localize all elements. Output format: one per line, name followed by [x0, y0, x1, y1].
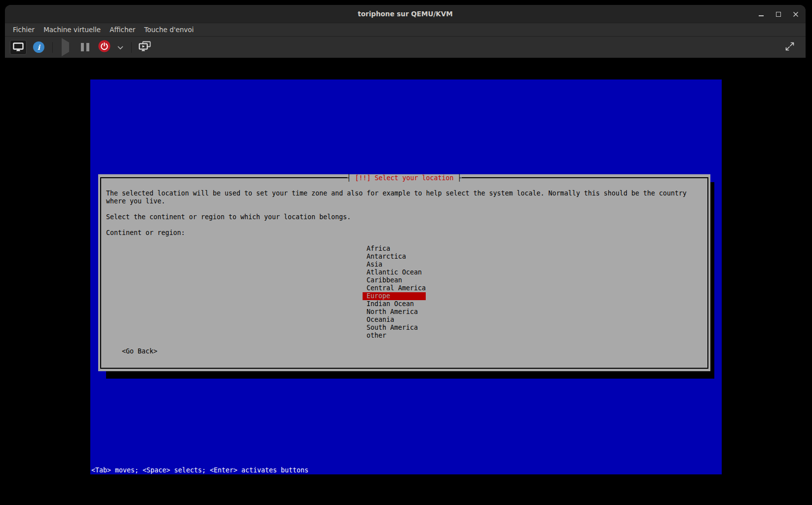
- location-option[interactable]: South America: [363, 324, 426, 332]
- power-icon: [98, 40, 111, 52]
- vm-details-button[interactable]: i: [33, 41, 44, 53]
- field-label: Continent or region:: [106, 229, 185, 237]
- pause-button[interactable]: [81, 43, 89, 51]
- minimize-button[interactable]: [758, 11, 764, 17]
- shutdown-menu-button[interactable]: [117, 42, 123, 52]
- location-option[interactable]: Atlantic Ocean: [363, 269, 426, 276]
- title-tick-left: ┤: [347, 174, 351, 182]
- location-option[interactable]: Oceania: [363, 316, 426, 324]
- dialog-title: ┤[!!] Select your location├: [347, 174, 461, 182]
- toolbar-separator: [52, 42, 53, 53]
- play-icon: [62, 38, 69, 56]
- vm-screen[interactable]: ┤[!!] Select your location├ The selected…: [90, 79, 722, 474]
- virtual-displays-icon: [139, 41, 151, 52]
- maximize-icon: [776, 12, 781, 17]
- fullscreen-button[interactable]: [784, 40, 796, 54]
- select-location-dialog: ┤[!!] Select your location├ The selected…: [98, 174, 710, 371]
- window-title: toriphone sur QEMU/KVM: [358, 10, 452, 18]
- pause-icon: [81, 43, 84, 51]
- toolbar-separator: [131, 42, 132, 53]
- window-controls: [758, 5, 799, 23]
- intro-line-1: The selected location will be used to se…: [106, 190, 687, 197]
- help-bar: <Tab> moves; <Space> selects; <Enter> ac…: [91, 466, 308, 474]
- location-option[interactable]: Africa: [363, 245, 426, 253]
- virtual-displays-button[interactable]: [139, 41, 151, 54]
- title-tick-right: ├: [458, 174, 462, 182]
- location-list: AfricaAntarcticaAsiaAtlantic OceanCaribb…: [363, 245, 426, 340]
- location-option[interactable]: North America: [363, 308, 426, 316]
- location-option[interactable]: other: [363, 332, 426, 340]
- titlebar: toriphone sur QEMU/KVM: [5, 5, 806, 23]
- vm-console-area: ┤[!!] Select your location├ The selected…: [5, 58, 806, 505]
- menu-item[interactable]: Fichier: [13, 26, 35, 34]
- toolbar: i: [5, 36, 806, 58]
- shutdown-button[interactable]: [98, 40, 111, 54]
- dialog-title-text: [!!] Select your location: [351, 174, 457, 182]
- location-option[interactable]: Caribbean: [363, 276, 426, 284]
- close-icon: [793, 11, 799, 17]
- fullscreen-icon: [784, 40, 796, 52]
- virt-manager-window: toriphone sur QEMU/KVM FichierMachine vi…: [5, 5, 806, 505]
- console-display-button[interactable]: [10, 40, 27, 55]
- chevron-down-icon: [117, 46, 123, 50]
- menubar: FichierMachine virtuelleAfficherTouche d…: [5, 23, 806, 36]
- location-option[interactable]: Indian Ocean: [363, 300, 426, 308]
- location-option[interactable]: Asia: [363, 261, 426, 269]
- menu-item[interactable]: Machine virtuelle: [43, 26, 101, 34]
- location-option[interactable]: Antarctica: [363, 253, 426, 261]
- go-back-button[interactable]: <Go Back>: [122, 348, 157, 355]
- run-button[interactable]: [62, 42, 69, 52]
- location-option[interactable]: Central America: [363, 284, 426, 292]
- close-button[interactable]: [792, 11, 799, 17]
- maximize-button[interactable]: [775, 11, 781, 17]
- instruction-line: Select the continent or region to which …: [106, 213, 351, 221]
- menu-item[interactable]: Afficher: [110, 26, 135, 34]
- intro-line-2: where you live.: [106, 197, 165, 205]
- location-option[interactable]: Europe: [363, 292, 426, 300]
- menu-item[interactable]: Touche d'envoi: [144, 26, 194, 34]
- minimize-icon: [759, 15, 764, 16]
- console-display-icon: [13, 42, 24, 52]
- info-icon: i: [37, 43, 40, 51]
